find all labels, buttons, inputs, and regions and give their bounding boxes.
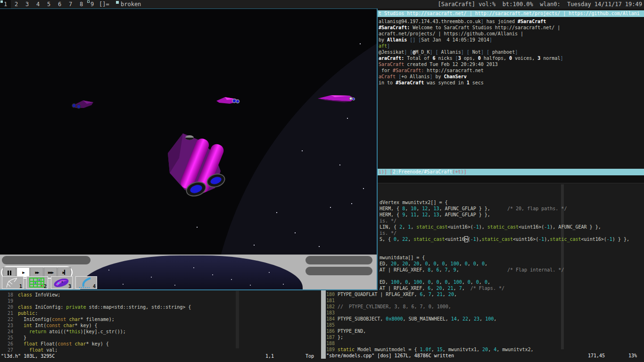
code-line: 24 return atoi((*this)[key].c_str()); [4,329,126,335]
star [254,245,255,246]
star [123,284,124,285]
code-line: mwunitdata[] = { [380,255,425,261]
tag-5[interactable]: 5 [43,0,54,8]
vim-statusline-file: "sbre/models.cpp" [dos] 1267L, 48786C wr… [326,353,454,359]
vim-statusline-percent: 13% [628,353,637,359]
window-title-text: broken [121,1,141,8]
star [212,274,213,275]
star [276,212,277,213]
tag-9[interactable]: 9 [87,0,98,8]
line-number: 24 [4,329,13,335]
view-tile-2[interactable]: 2 [26,276,48,289]
irc-topic-text: t Studios http://saracraft.net/ | http:/… [379,10,640,16]
irc-message: araCraft: Total of 6 nicks [3 ops, 0 hal… [379,55,563,61]
star [269,272,270,273]
code-line: 22 IniConfig(const char* filename); [4,316,115,322]
irc-message: @Jessikat] [@M_D_K] [ Allanis] [ Not] [ … [379,49,518,55]
star [197,227,198,228]
panel-display-right-2 [305,267,372,275]
view-tile-1[interactable]: 1 [2,276,24,289]
star [363,188,364,189]
spaceship-small-1 [70,99,96,110]
tag-4[interactable]: 4 [33,0,43,8]
tag-6[interactable]: 6 [54,0,65,8]
code-line: 181 [326,297,338,304]
spaceship-main [160,125,236,200]
code-line: AT | RFLAG_XREF, 8, 6, 7, 9, /* Flap int… [380,267,564,273]
panel-display-left [2,256,91,264]
line-number: 18 [4,292,13,298]
code-line: 27 float val; [4,347,58,353]
tag-1[interactable]: 1 [0,0,11,8]
code-line: HERM, { 8, 10, 12, 13, AFUNC_GFLAP } }, … [380,206,567,212]
line-number: 184 [326,316,335,322]
vim-statusline-position: 171,45 [588,353,605,359]
view-tile-4[interactable]: 4 [75,276,97,289]
irc-message: for #SaraCraft: http://saracraft.net [379,67,484,74]
line-number: 19 [4,298,13,304]
code-line: 185 [326,322,338,328]
line-number: 182 [326,304,335,310]
tag-3[interactable]: 3 [22,0,33,8]
star [347,118,348,119]
vim-statusline-position: 1,1 [265,353,274,359]
code-line: 187}; [326,334,343,340]
irc-message: allanis@94.197.174.43.threembb.co.uk] ha… [379,18,546,25]
star [339,165,340,165]
line-number: 187 [326,334,335,340]
code-line: HERM, { 9, 11, 12, 13, AFUNC_GFLAP } }, [380,212,490,218]
star [151,277,152,278]
line-number: 23 [4,322,13,329]
tag-indicator-icon [87,0,90,3]
irc-message: by Allanis [] [Sat Jan 4 14:05:19 2014] [379,37,492,43]
code-line: 23 int Int(const char* key) { [4,322,98,329]
vim-statusline-percent: Top [305,353,314,359]
line-number: 22 [4,316,13,322]
pause-icon [8,271,9,275]
star [360,43,361,44]
line-number: 185 [326,322,335,328]
code-line: 188 [326,340,338,346]
code-line: is. */ [380,230,396,236]
vim-statusline-file: "l3d.h" 103L, 3295C [1,353,55,359]
code-line: 21public: [4,310,38,316]
star [231,279,232,280]
code-line: 26 float Float(const char* key) { [4,341,109,347]
layout-symbol[interactable]: []= [99,0,109,8]
ghost-scrollbar-strip [236,291,239,348]
title-indicator-icon [116,1,119,4]
line-number: 180 [326,291,335,297]
star [319,246,320,247]
line-number: 20 [4,304,13,310]
star [108,270,109,271]
code-line: is. */ [380,218,396,224]
view-tile-3[interactable]: 3 [51,276,73,289]
spaceship-small-2 [215,95,240,106]
line-number: 25 [4,335,13,341]
line-number: 183 [326,310,335,316]
game-control-panel: ▶▶▶▶▶▶▶▍ 1234 [0,255,377,289]
code-line: 25 } [4,335,26,341]
code-line: 180PTYPE_QUADFLAT | RFLAG_XREF, 6, 7, 21… [326,291,457,297]
code-line: 189static Model mwunitmodel = { 1.0f, 15… [326,346,534,353]
line-number: 21 [4,310,13,316]
game-window-broken[interactable]: ▶▶▶▶▶▶▶▍ 1234 [0,8,378,290]
line-number: 181 [326,297,335,304]
star [295,232,296,233]
workspace-tags: 123456789 [0,0,98,8]
spaceship-small-3 [317,93,355,104]
line-number: 186 [326,328,335,334]
pause-icon [10,271,11,275]
tag-2[interactable]: 2 [11,0,22,8]
line-number: 188 [326,340,335,346]
star [283,284,284,285]
code-line: AT | RFLAG_XREF, 6, 20, 21, 7, /* Flaps.… [380,285,504,291]
code-line: LIN, { 2, 1, static_cast<uint16>(-1), st… [380,224,601,230]
tag-8[interactable]: 8 [76,0,87,8]
line-number: 27 [4,347,13,353]
tag-7[interactable]: 7 [65,0,76,8]
star [302,150,303,151]
irc-message: in to #SaraCraft was synced in 1 secs [379,80,484,86]
code-line: S, { 0, 22, static_cast<uint16>(-1),stat… [380,236,629,242]
irc-statusbar-text: i)] [2:Freenode/#SaraCraft(+t)] [379,169,467,175]
